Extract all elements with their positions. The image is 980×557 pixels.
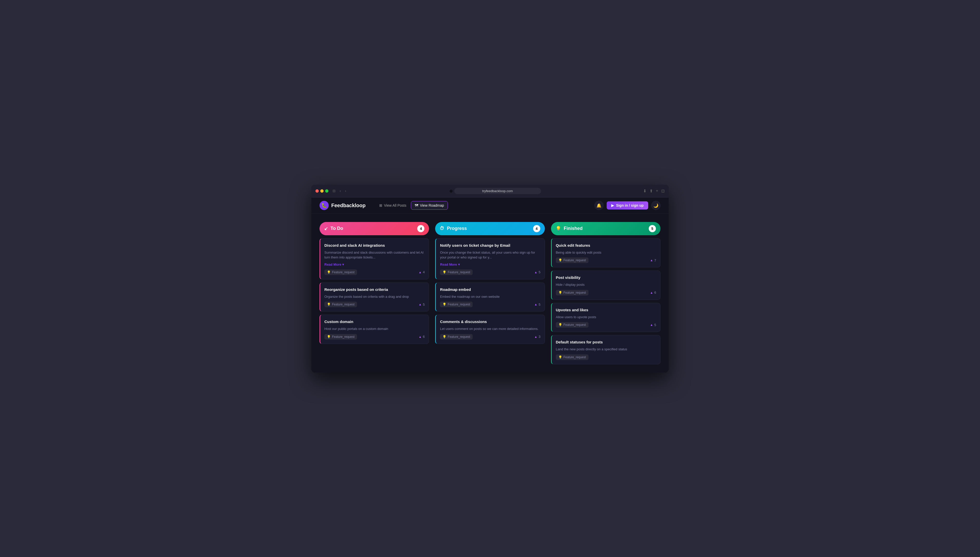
feature-tag[interactable]: 💡 Feature_request	[324, 301, 357, 307]
upvote-icon: ▲	[650, 291, 653, 295]
feature-tag[interactable]: 💡 Feature_request	[440, 334, 473, 340]
back-icon[interactable]: ‹	[339, 188, 342, 194]
traffic-lights	[316, 189, 329, 193]
kanban-board: ↙ To Do 4 Discord and slack AI integrati…	[319, 222, 661, 364]
feature-tag[interactable]: 💡 Feature_request	[440, 269, 473, 275]
card-title: Custom domain	[324, 319, 425, 324]
card-footer: 💡 Feature_request ▲ 5	[324, 301, 425, 307]
card-footer: 💡 Feature_request ▲ 5	[556, 322, 656, 327]
new-tab-plus-icon[interactable]: +	[656, 189, 658, 194]
card-desc: Let users comment on posts so we can mor…	[440, 326, 540, 331]
card-notify-users: Notify users on ticket change by Email O…	[435, 238, 545, 279]
card-roadmap-embed: Roadmap embed Embed the roadmap on our o…	[435, 282, 545, 312]
vote-count[interactable]: ▲ 5	[534, 270, 540, 274]
card-discord-slack: Discord and slack AI integrations Summar…	[319, 238, 429, 279]
vote-count[interactable]: ▲ 5	[418, 303, 425, 306]
card-footer: 💡 Feature_request ▲ 6	[324, 334, 425, 340]
feature-tag[interactable]: 💡 Feature_request	[324, 334, 357, 340]
card-desc: Being able to quickly edit posts	[556, 250, 656, 255]
upvote-icon: ▲	[650, 259, 653, 262]
browser-actions: ⬇ ⬆ + ⊡	[643, 189, 664, 194]
card-title: Reorganize posts based on criteria	[324, 287, 425, 292]
tag-icon: 💡	[443, 335, 446, 339]
feature-tag[interactable]: 💡 Feature_request	[556, 322, 589, 327]
window-controls: ⊟ ‹ ›	[332, 188, 347, 194]
share-icon[interactable]: ⬆	[650, 189, 653, 194]
signin-button[interactable]: ▶ Sign in / sign up	[607, 201, 648, 210]
maximize-button[interactable]	[325, 189, 329, 193]
notification-bell-button[interactable]: 🔔	[594, 201, 604, 210]
card-desc: Allow users to upvote posts	[556, 314, 656, 320]
vote-count[interactable]: ▲ 5	[650, 323, 656, 327]
column-todo-header: ↙ To Do 4	[319, 222, 429, 235]
browser-chrome: ⊟ ‹ › ⊕ ⬇ ⬆ + ⊡	[311, 185, 669, 197]
brand-name: Feedbackloop	[331, 203, 365, 208]
nav-links: ⊞ View All Posts 🗺 View Roadmap	[376, 201, 448, 210]
nav-view-roadmap[interactable]: 🗺 View Roadmap	[411, 201, 448, 210]
card-comments-discussions: Comments & discussions Let users comment…	[435, 314, 545, 344]
chevron-down-icon: ▾	[458, 262, 460, 266]
tabs-icon[interactable]: ⊡	[661, 189, 664, 194]
feature-tag[interactable]: 💡 Feature_request	[440, 301, 473, 307]
column-todo-count: 4	[417, 225, 425, 232]
card-quick-edit: Quick edit features Being able to quickl…	[551, 238, 661, 268]
card-footer: 💡 Feature_request ▲ 3	[440, 334, 540, 340]
download-icon[interactable]: ⬇	[643, 189, 646, 194]
new-tab-icon[interactable]: ⊕	[449, 189, 453, 194]
url-input[interactable]	[454, 188, 541, 194]
card-upvotes-likes: Upvotes and likes Allow users to upvote …	[551, 303, 661, 332]
tag-icon: 💡	[443, 303, 446, 306]
vote-count[interactable]: ▲ 3	[534, 335, 540, 339]
finished-icon: 💡	[555, 226, 561, 231]
vote-count[interactable]: ▲ 4	[418, 270, 425, 274]
card-footer: 💡 Feature_request ▲ 4	[324, 269, 425, 275]
upvote-icon: ▲	[534, 335, 537, 339]
feature-tag[interactable]: 💡 Feature_request	[324, 269, 357, 275]
card-title: Default statuses for posts	[556, 339, 656, 345]
roadmap-icon: 🗺	[415, 204, 418, 207]
card-footer: 💡 Feature_request ▲ 5	[440, 269, 540, 275]
card-desc: Summarize discord and slack discussions …	[324, 250, 425, 260]
brand[interactable]: 🐛 Feedbackloop	[319, 201, 365, 210]
card-reorganize-posts: Reorganize posts based on criteria Organ…	[319, 282, 429, 312]
upvote-icon: ▲	[534, 303, 537, 306]
signin-icon: ▶	[611, 204, 614, 207]
todo-icon: ↙	[324, 226, 328, 231]
feature-tag[interactable]: 💡 Feature_request	[556, 257, 589, 263]
tag-icon: 💡	[558, 323, 562, 327]
address-bar: ⊕	[350, 188, 640, 194]
upvote-icon: ▲	[418, 303, 422, 306]
tag-icon: 💡	[327, 270, 331, 274]
vote-count[interactable]: ▲ 7	[650, 259, 656, 262]
vote-count[interactable]: ▲ 5	[534, 303, 540, 306]
progress-icon: ⏱	[440, 226, 444, 231]
card-desc: Once you change the ticket status, all y…	[440, 250, 540, 260]
nav-view-all-posts[interactable]: ⊞ View All Posts	[376, 201, 410, 210]
card-custom-domain: Custom domain Host our public portals on…	[319, 314, 429, 344]
column-finished-label: Finished	[564, 226, 583, 231]
minimize-button[interactable]	[320, 189, 324, 193]
read-more-button[interactable]: Read More ▾	[324, 262, 425, 266]
feature-tag[interactable]: 💡 Feature_request	[556, 354, 589, 360]
column-progress: ⏱ Progress 4 Notify users on ticket chan…	[435, 222, 545, 364]
card-footer: 💡 Feature_request ▲ 7	[556, 257, 656, 263]
read-more-button[interactable]: Read More ▾	[440, 262, 540, 266]
close-button[interactable]	[316, 189, 319, 193]
vote-count[interactable]: ▲ 6	[418, 335, 425, 339]
card-title: Notify users on ticket change by Email	[440, 243, 540, 248]
card-title: Upvotes and likes	[556, 307, 656, 313]
bell-icon: 🔔	[596, 203, 602, 208]
brand-logo-icon: 🐛	[319, 201, 329, 210]
forward-icon[interactable]: ›	[344, 188, 347, 194]
sidebar-toggle-icon[interactable]: ⊟	[332, 188, 337, 194]
upvote-icon: ▲	[650, 323, 653, 327]
card-footer: 💡 Feature_request	[556, 354, 656, 360]
vote-count[interactable]: ▲ 6	[650, 291, 656, 295]
column-finished-count: 5	[649, 225, 656, 232]
feature-tag[interactable]: 💡 Feature_request	[556, 290, 589, 295]
upvote-icon: ▲	[418, 335, 422, 339]
tag-icon: 💡	[558, 291, 562, 295]
theme-toggle-button[interactable]: 🌙	[651, 201, 661, 210]
card-title: Discord and slack AI integrations	[324, 243, 425, 248]
main-content: ↙ To Do 4 Discord and slack AI integrati…	[311, 214, 669, 373]
